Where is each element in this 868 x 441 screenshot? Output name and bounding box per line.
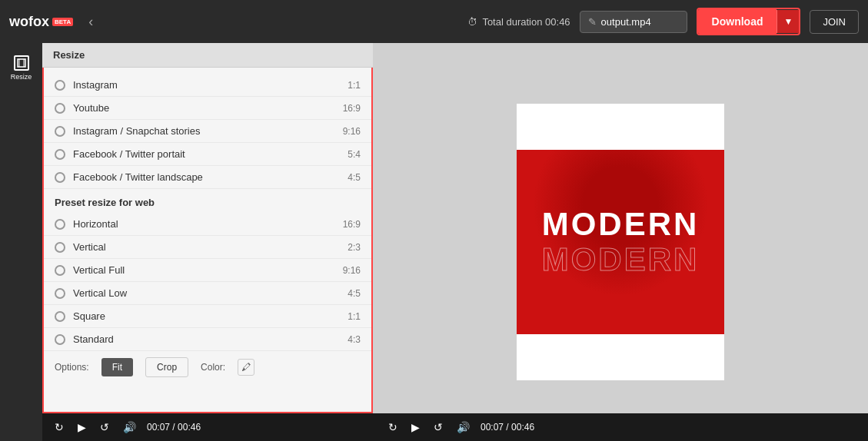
option-ig-stories[interactable]: Instagram / Snapchat stories 9:16 [44,120,371,143]
play-button[interactable]: ▶ [75,419,89,435]
option-instagram[interactable]: Instagram 1:1 [44,74,371,97]
option-horizontal-ratio: 16:9 [334,219,361,230]
option-fb-portrait-label: Facebook / Twitter portait [73,148,326,160]
download-button[interactable]: Download [698,9,777,34]
preview-volume-button[interactable]: 🔊 [454,419,473,435]
eyedropper-icon: 🖍 [241,362,251,373]
option-vertical-full-ratio: 9:16 [334,265,361,276]
option-square-label: Square [73,310,326,322]
option-fb-landscape-ratio: 4:5 [334,172,361,183]
preview-replay-button[interactable]: ↻ [385,419,401,435]
options-row: Options: Fit Crop Color: 🖍 [44,351,371,383]
filename-text: output.mp4 [601,16,651,28]
join-button[interactable]: JOIN [810,10,859,34]
color-label: Color: [201,362,225,373]
option-vertical-low-label: Vertical Low [73,287,326,299]
radio-ig-stories [55,126,65,137]
option-ig-stories-ratio: 9:16 [334,126,361,137]
option-vertical-label: Vertical [73,241,326,253]
sidebar-resize-label: Resize [11,73,32,81]
option-square-ratio: 1:1 [334,311,361,322]
resize-panel: Resize Instagram 1:1 Youtube 16:9 Instag… [42,43,373,441]
option-fb-portrait[interactable]: Facebook / Twitter portait 5:4 [44,143,371,166]
volume-button[interactable]: 🔊 [120,419,139,435]
video-frame: MODERN MODERN [517,104,724,380]
preview-play-button[interactable]: ▶ [408,419,423,435]
option-standard[interactable]: Standard 4:3 [44,328,371,351]
preview-area: MODERN MODERN ↻ ▶ ↺ 🔊 00:07 / 00:46 [373,43,868,441]
radio-vertical-low [55,288,65,299]
option-instagram-ratio: 1:1 [334,80,361,91]
forward-button[interactable]: ↺ [97,419,112,435]
radio-youtube [55,103,65,114]
crop-button[interactable]: Crop [145,357,188,377]
radio-horizontal [55,219,65,230]
web-section-title: Preset resize for web [44,189,371,213]
option-standard-label: Standard [73,333,326,345]
option-horizontal-label: Horizontal [73,218,326,230]
resize-panel-header: Resize [42,43,373,68]
logo-badge: BETA [52,18,73,26]
panel-bottom-bar: ↻ ▶ ↺ 🔊 00:07 / 00:46 [42,413,373,441]
topbar: wofox BETA ‹ ⏱ Total duration 00:46 ✎ ou… [0,0,868,43]
duration-info: ⏱ Total duration 00:46 [467,16,570,28]
back-button[interactable]: ‹ [82,11,99,33]
fit-button[interactable]: Fit [101,358,133,376]
option-vertical-full[interactable]: Vertical Full 9:16 [44,259,371,282]
option-vertical-low[interactable]: Vertical Low 4:5 [44,282,371,305]
resize-icon [14,55,29,71]
edit-icon: ✎ [588,16,597,28]
option-youtube[interactable]: Youtube 16:9 [44,97,371,120]
main-layout: Resize Resize Instagram 1:1 Youtube 16:9… [0,43,868,441]
logo: wofox BETA [9,14,73,30]
panel-timecode: 00:07 / 00:46 [147,422,201,433]
preview-timecode: 00:07 / 00:46 [481,422,534,433]
sidebar-item-resize[interactable]: Resize [0,49,42,87]
radio-square [55,311,65,322]
resize-title: Resize [53,49,85,61]
radio-vertical-full [55,265,65,276]
option-instagram-label: Instagram [73,79,326,91]
color-picker-button[interactable]: 🖍 [238,359,254,376]
option-square[interactable]: Square 1:1 [44,305,371,328]
option-standard-ratio: 4:3 [334,334,361,345]
download-dropdown-button[interactable]: ▼ [777,10,799,33]
replay-button[interactable]: ↻ [52,419,67,435]
clock-icon: ⏱ [467,16,477,28]
filename-input[interactable]: ✎ output.mp4 [580,11,687,33]
resize-panel-body: Instagram 1:1 Youtube 16:9 Instagram / S… [42,68,373,413]
logo-text: wofox [9,14,49,30]
text-overlay: MODERN MODERN [542,207,700,277]
radio-fb-portrait [55,149,65,160]
preview-forward-button[interactable]: ↺ [431,419,446,435]
preview-bottom-bar: ↻ ▶ ↺ 🔊 00:07 / 00:46 [373,413,868,441]
option-vertical-low-ratio: 4:5 [334,288,361,299]
video-text-modern-outline: MODERN [542,242,700,277]
option-fb-portrait-ratio: 5:4 [334,149,361,160]
option-youtube-ratio: 16:9 [334,103,361,114]
option-horizontal[interactable]: Horizontal 16:9 [44,213,371,236]
option-vertical-ratio: 2:3 [334,242,361,253]
option-vertical[interactable]: Vertical 2:3 [44,236,371,259]
options-label: Options: [55,362,89,373]
radio-fb-landscape [55,172,65,183]
duration-label: Total duration 00:46 [482,16,570,28]
download-group: Download ▼ [697,8,801,35]
video-top-white [517,104,724,150]
option-fb-landscape-label: Facebook / Twitter landscape [73,171,326,183]
option-vertical-full-label: Vertical Full [73,264,326,276]
radio-instagram [55,80,65,91]
option-youtube-label: Youtube [73,102,326,114]
video-text-modern: MODERN [542,207,700,242]
radio-standard [55,334,65,345]
video-content: MODERN MODERN [517,150,724,334]
radio-vertical [55,242,65,253]
option-ig-stories-label: Instagram / Snapchat stories [73,125,326,137]
sidebar: Resize [0,43,42,441]
option-fb-landscape[interactable]: Facebook / Twitter landscape 4:5 [44,166,371,189]
video-bottom-white [517,334,724,380]
